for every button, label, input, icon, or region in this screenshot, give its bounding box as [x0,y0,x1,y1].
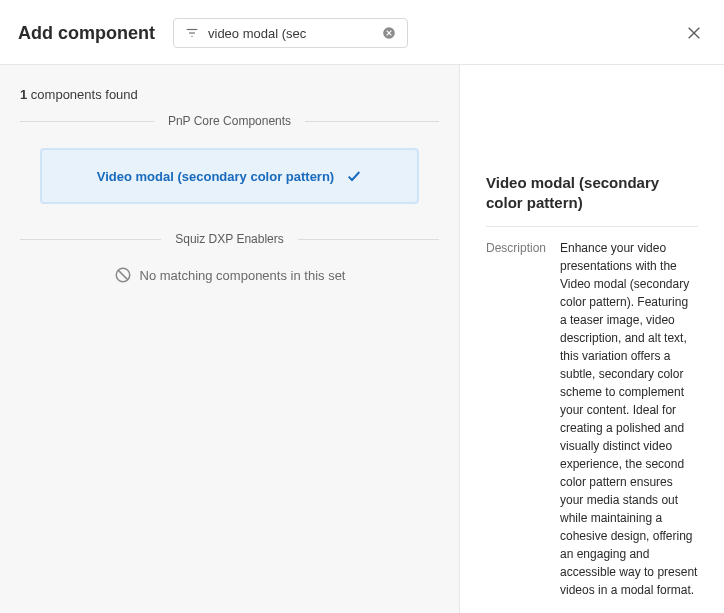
detail-slug-value: pnp_core/video-modal-secondary [560,609,698,614]
detail-panel: Video modal (secondary color pattern) De… [460,65,724,613]
modal-content: 1 components found PnP Core Components V… [0,65,724,613]
detail-description-value: Enhance your video presentations with th… [560,239,698,599]
ban-icon [114,266,132,284]
empty-state-text: No matching components in this set [140,268,346,283]
component-list-panel: 1 components found PnP Core Components V… [0,65,460,613]
filter-icon [184,25,200,41]
empty-state: No matching components in this set [20,266,439,284]
results-count: 1 components found [20,87,439,102]
component-card-title: Video modal (secondary color pattern) [97,169,334,184]
search-box[interactable] [173,18,408,48]
detail-title: Video modal (secondary color pattern) [486,173,698,227]
detail-description-label: Description [486,239,560,599]
section-header-pnp: PnP Core Components [20,114,439,128]
section-header-dxp: Squiz DXP Enablers [20,232,439,246]
modal-title: Add component [18,23,155,44]
detail-description-row: Description Enhance your video presentat… [486,239,698,599]
clear-icon[interactable] [381,25,397,41]
close-button[interactable] [684,23,704,43]
check-icon [346,168,362,184]
component-card[interactable]: Video modal (secondary color pattern) [40,148,419,204]
modal-header: Add component [0,0,724,65]
detail-slug-label: Slug ID [486,609,560,614]
svg-line-7 [118,270,128,280]
detail-slug-row: Slug ID pnp_core/video-modal-secondary [486,609,698,614]
search-input[interactable] [208,26,381,41]
